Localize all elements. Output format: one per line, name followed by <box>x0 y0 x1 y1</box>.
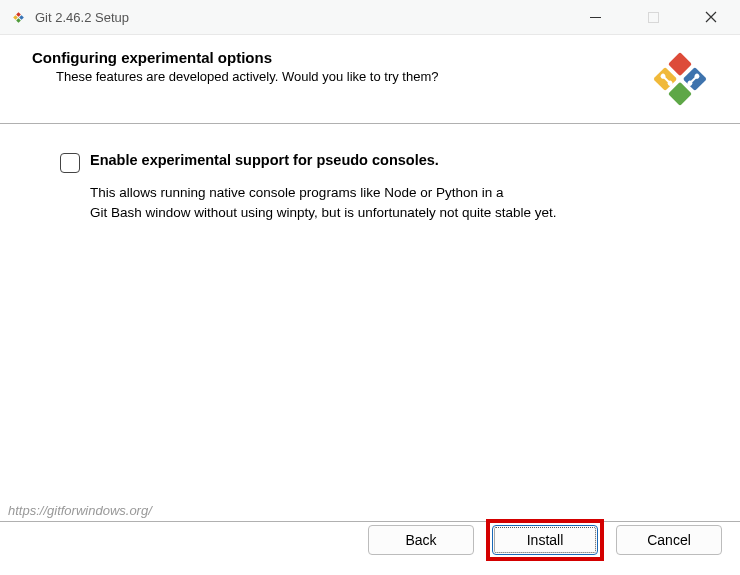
header-subtitle: These features are developed actively. W… <box>32 69 640 84</box>
svg-rect-2 <box>13 15 18 20</box>
window-title: Git 2.46.2 Setup <box>35 10 566 25</box>
svg-rect-4 <box>590 17 601 18</box>
close-button[interactable] <box>682 0 740 34</box>
titlebar: Git 2.46.2 Setup <box>0 0 740 35</box>
wizard-header: Configuring experimental options These f… <box>0 35 740 124</box>
git-icon-small <box>10 9 27 26</box>
pseudo-console-checkbox[interactable] <box>60 153 80 173</box>
svg-rect-0 <box>16 12 21 17</box>
svg-rect-6 <box>668 52 692 76</box>
header-title: Configuring experimental options <box>32 49 640 66</box>
cancel-button[interactable]: Cancel <box>616 525 722 555</box>
svg-rect-1 <box>19 15 24 20</box>
install-highlight: Install <box>486 519 604 561</box>
footer-link[interactable]: https://gitforwindows.org/ <box>8 503 152 518</box>
svg-rect-9 <box>668 82 692 106</box>
minimize-button[interactable] <box>566 0 624 34</box>
svg-rect-3 <box>16 18 21 23</box>
window-controls <box>566 0 740 34</box>
maximize-button <box>624 0 682 34</box>
install-button[interactable]: Install <box>492 525 598 555</box>
svg-rect-5 <box>648 12 658 22</box>
back-button[interactable]: Back <box>368 525 474 555</box>
wizard-buttons: Back Install Cancel <box>368 519 722 561</box>
content-area: Enable experimental support for pseudo c… <box>0 124 740 494</box>
pseudo-console-label[interactable]: Enable experimental support for pseudo c… <box>90 152 439 168</box>
git-logo-icon <box>650 49 710 109</box>
pseudo-console-description: This allows running native console progr… <box>90 183 680 222</box>
